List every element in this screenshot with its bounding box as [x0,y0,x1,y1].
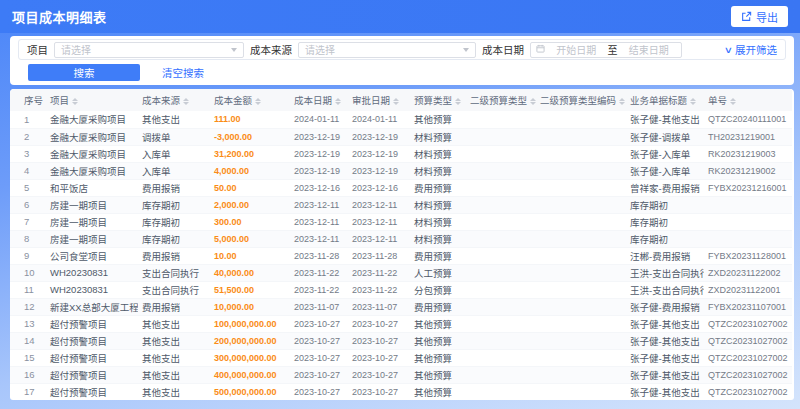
cell-seq: 2 [10,128,46,145]
cell-approval_date: 2023-10-27 [348,332,410,349]
table-row: 10WH20230831支出合同执行40,000.002023-11-22202… [10,264,792,281]
cell-sub_budget_code [536,162,626,179]
cell-doc_no [704,196,792,213]
column-label: 成本日期 [294,95,332,106]
cell-sub_budget_code [536,315,626,332]
sort-icon[interactable] [530,98,536,106]
cell-cost_date: 2023-12-19 [290,128,348,145]
filter-box: 项目 请选择 成本来源 请选择 成本日期 开始日期 [18,39,786,60]
cell-cost_date: 2023-12-11 [290,230,348,247]
cell-sub_budget_type [466,179,536,196]
cell-sub_budget_type [466,111,536,128]
cell-project: 金融大厦采购项目 [46,111,138,128]
start-date-input[interactable]: 开始日期 [549,42,604,57]
cell-sub_budget_code [536,349,626,366]
cell-budget_type: 其他预算 [410,383,466,400]
column-header-source[interactable]: 成本来源 [138,89,210,111]
cell-source: 其他支出 [138,111,210,128]
column-header-approval_date[interactable]: 审批日期 [348,89,410,111]
filter-panel: 项目 请选择 成本来源 请选择 成本日期 开始日期 [10,36,794,85]
cell-project: 房建一期项目 [46,230,138,247]
cell-project: 超付预警项目 [46,332,138,349]
sort-icon[interactable] [255,98,261,106]
sort-icon[interactable] [690,98,696,106]
cell-doc_title: 张子健-其他支出 [626,383,704,400]
table-row: 3金融大厦采购项目入库单31,200.002023-12-192023-12-1… [10,145,792,162]
top-bar: 项目成本明细表 导出 [0,0,800,33]
cell-amount: 500,000,000.00 [210,383,290,400]
cell-approval_date: 2023-11-22 [348,264,410,281]
column-header-doc_title[interactable]: 业务单据标题 [626,89,704,111]
cell-budget_type: 费用预算 [410,247,466,264]
cell-seq: 11 [10,281,46,298]
cell-sub_budget_type [466,247,536,264]
sort-icon[interactable] [72,98,78,106]
cell-source: 入库单 [138,145,210,162]
column-label: 项目 [50,95,69,106]
sort-icon[interactable] [335,98,341,106]
cell-seq: 10 [10,264,46,281]
cell-cost_date: 2023-11-22 [290,264,348,281]
column-header-project[interactable]: 项目 [46,89,138,111]
cell-approval_date: 2023-10-27 [348,349,410,366]
cell-project: 金融大厦采购项目 [46,162,138,179]
cell-cost_date: 2023-11-22 [290,281,348,298]
date-separator: 至 [608,42,618,57]
sort-icon[interactable] [730,98,736,106]
cell-sub_budget_code [536,213,626,230]
cell-sub_budget_type [466,349,536,366]
cell-cost_date: 2023-12-19 [290,162,348,179]
cost-table: 序号项目成本来源成本金额成本日期审批日期预算类型二级预算类型二级预算类型编码业务… [10,89,792,400]
sort-icon[interactable] [619,98,625,106]
column-header-amount[interactable]: 成本金额 [210,89,290,111]
cell-doc_no: QTZC20231027002 [704,383,792,400]
cell-doc_no: QTZC20231027002 [704,315,792,332]
expand-filters-label: 展开筛选 [735,42,777,57]
cell-seq: 14 [10,332,46,349]
sort-icon[interactable] [183,98,189,106]
cell-source: 其他支出 [138,366,210,383]
column-header-budget_type[interactable]: 预算类型 [410,89,466,111]
sort-icon[interactable] [393,98,399,106]
cell-sub_budget_code [536,281,626,298]
cost-table-panel: 序号项目成本来源成本金额成本日期审批日期预算类型二级预算类型二级预算类型编码业务… [10,89,794,400]
cost-source-select[interactable]: 请选择 [298,42,476,58]
cell-cost_date: 2023-11-07 [290,298,348,315]
search-button[interactable]: 搜索 [28,64,140,81]
column-label: 序号 [24,95,43,106]
column-header-doc_no[interactable]: 单号 [704,89,792,111]
cell-budget_type: 其他预算 [410,111,466,128]
column-header-cost_date[interactable]: 成本日期 [290,89,348,111]
cell-project: WH20230831 [46,281,138,298]
calendar-icon [536,44,545,55]
sort-icon[interactable] [455,98,461,106]
clear-search-button[interactable]: 清空搜索 [162,65,204,80]
cell-doc_title: 曾祥家-费用报销 [626,179,704,196]
cell-sub_budget_code [536,383,626,400]
column-header-sub_budget_code[interactable]: 二级预算类型编码 [536,89,626,111]
export-button[interactable]: 导出 [731,6,788,27]
table-header-row: 序号项目成本来源成本金额成本日期审批日期预算类型二级预算类型二级预算类型编码业务… [10,89,792,111]
cell-project: 金融大厦采购项目 [46,128,138,145]
cell-seq: 8 [10,230,46,247]
cell-sub_budget_type [466,213,536,230]
cell-amount: 200,000,000.00 [210,332,290,349]
cell-sub_budget_code [536,366,626,383]
project-select[interactable]: 请选择 [54,42,244,58]
column-header-sub_budget_type[interactable]: 二级预算类型 [466,89,536,111]
cell-amount: 5,000.00 [210,230,290,247]
cell-seq: 5 [10,179,46,196]
cell-doc_title: 张子健-入库单 [626,145,704,162]
cell-amount: -3,000.00 [210,128,290,145]
expand-filters-link[interactable]: ∨ 展开筛选 [725,42,777,57]
export-label: 导出 [756,9,778,25]
cell-approval_date: 2023-10-27 [348,315,410,332]
end-date-input[interactable]: 结束日期 [622,42,677,57]
cell-doc_no: FYBX20231128001 [704,247,792,264]
column-label: 二级预算类型 [470,95,527,106]
cell-sub_budget_type [466,366,536,383]
cost-date-filter-label: 成本日期 [482,42,524,57]
cell-source: 入库单 [138,162,210,179]
cell-budget_type: 其他预算 [410,315,466,332]
cell-amount: 111.00 [210,111,290,128]
